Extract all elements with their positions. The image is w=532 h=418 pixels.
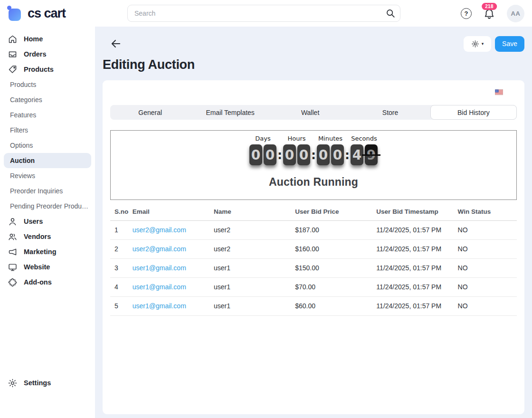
sidebar-item-label: Auction	[10, 157, 35, 164]
sidebar-item-vendors[interactable]: Vendors	[0, 229, 95, 244]
topbar-actions: ? 218 AA	[461, 0, 532, 27]
sidebar-item-label: Add-ons	[24, 278, 52, 286]
sidebar-item-products[interactable]: Products	[0, 62, 95, 77]
timer-digit: 0	[283, 144, 296, 165]
sidebar-item-website[interactable]: Website	[0, 259, 95, 275]
timer-digit-flipping: 9	[365, 144, 378, 165]
sidebar-item-features[interactable]: Features	[0, 107, 95, 123]
tab-bid-history[interactable]: Bid History	[430, 105, 517, 120]
sidebar-item-auction[interactable]: Auction	[4, 153, 91, 168]
sidebar-item-filters[interactable]: Filters	[0, 123, 95, 138]
timer-digit: 0	[249, 144, 262, 165]
page-title: Editing Auction	[103, 57, 524, 72]
sidebar-item-label: Preorder Inquiries	[10, 187, 63, 195]
cell-price: $60.00	[293, 297, 374, 316]
countdown-hours-label: Hours	[287, 135, 305, 142]
cell-win-status: NO	[456, 278, 517, 297]
sidebar-item-users[interactable]: Users	[0, 214, 95, 229]
cell-name: user2	[212, 240, 293, 259]
column-header-email: Email	[131, 204, 212, 221]
email-link[interactable]: user1@gmail.com	[133, 283, 186, 291]
countdown-seconds-label: Seconds	[351, 135, 377, 142]
sidebar-item-orders[interactable]: Orders	[0, 47, 95, 62]
cell-sno: 5	[110, 297, 131, 316]
sidebar-item-label: Orders	[24, 50, 47, 58]
email-link[interactable]: user2@gmail.com	[133, 226, 186, 234]
sidebar-item-settings[interactable]: Settings	[0, 375, 95, 390]
cell-timestamp: 11/24/2025, 01:57 PM	[374, 278, 456, 297]
email-link[interactable]: user1@gmail.com	[133, 264, 186, 272]
countdown-hours-group: Hours 0 0	[283, 135, 310, 165]
column-header-price: User Bid Price	[293, 204, 374, 221]
orders-icon	[8, 49, 18, 59]
brand-logo[interactable]: cs cart	[0, 5, 95, 21]
user-icon	[8, 217, 18, 227]
timer-colon: :	[310, 148, 317, 162]
sidebar-item-label: Marketing	[24, 248, 57, 256]
brand-name: cs cart	[28, 6, 66, 21]
sidebar-item-label: Users	[24, 218, 43, 225]
cell-win-status: NO	[456, 221, 517, 240]
countdown-minutes-group: Minutes 0 0	[317, 135, 344, 165]
home-icon	[8, 34, 18, 44]
timer-digit: 0	[317, 144, 330, 165]
column-header-name: Name	[212, 204, 293, 221]
tab-email-templates[interactable]: Email Templates	[190, 105, 270, 120]
save-button[interactable]: Save	[495, 36, 524, 52]
cell-timestamp: 11/24/2025, 01:57 PM	[374, 240, 456, 259]
cell-sno: 2	[110, 240, 131, 259]
back-arrow-icon[interactable]	[110, 38, 122, 50]
timer-digit: 0	[331, 144, 344, 165]
language-flag-icon[interactable]	[495, 89, 503, 95]
countdown-days-label: Days	[255, 135, 270, 142]
help-icon[interactable]: ?	[461, 8, 472, 19]
sidebar: Home Orders Products Products Categories…	[0, 27, 95, 418]
tab-store[interactable]: Store	[350, 105, 430, 120]
email-link[interactable]: user2@gmail.com	[133, 245, 186, 253]
cell-timestamp: 11/24/2025, 01:57 PM	[374, 297, 456, 316]
sidebar-item-preorder-inquiries[interactable]: Preorder Inquiries	[0, 183, 95, 199]
monitor-icon	[8, 262, 18, 272]
sidebar-item-options[interactable]: Options	[0, 138, 95, 153]
sidebar-item-label: Categories	[10, 96, 42, 104]
sidebar-item-label: Filters	[10, 126, 28, 134]
notifications-button[interactable]: 218	[483, 8, 495, 22]
search-input[interactable]	[127, 5, 400, 22]
table-row: 2 user2@gmail.com user2 $160.00 11/24/20…	[110, 240, 517, 259]
cell-name: user1	[212, 259, 293, 278]
avatar[interactable]: AA	[507, 5, 524, 22]
cs-cart-logo-icon	[7, 5, 22, 21]
table-row: 3 user1@gmail.com user1 $150.00 11/24/20…	[110, 259, 517, 278]
tab-general[interactable]: General	[110, 105, 190, 120]
email-link[interactable]: user1@gmail.com	[133, 302, 186, 310]
sidebar-item-categories[interactable]: Categories	[0, 92, 95, 107]
cell-name: user1	[212, 297, 293, 316]
sidebar-item-label: Products	[10, 81, 36, 88]
cell-price: $150.00	[293, 259, 374, 278]
countdown-minutes-label: Minutes	[318, 135, 342, 142]
sidebar-item-reviews[interactable]: Reviews	[0, 168, 95, 183]
sidebar-item-products-sub[interactable]: Products	[0, 77, 95, 92]
tag-icon	[8, 65, 18, 75]
sidebar-item-marketing[interactable]: Marketing	[0, 244, 95, 259]
cell-price: $160.00	[293, 240, 374, 259]
table-row: 5 user1@gmail.com user1 $60.00 11/24/202…	[110, 297, 517, 316]
tab-bar: General Email Templates Wallet Store Bid…	[110, 105, 517, 120]
cell-win-status: NO	[456, 297, 517, 316]
countdown-timer: Days 0 0 : Hours 0 0 : Minutes	[111, 135, 516, 165]
cell-price: $70.00	[293, 278, 374, 297]
settings-dropdown-button[interactable]: ▾	[464, 36, 491, 52]
sidebar-item-home[interactable]: Home	[0, 31, 95, 47]
sidebar-item-label: Reviews	[10, 172, 35, 180]
cell-sno: 3	[110, 259, 131, 278]
sidebar-item-pending-preorder-products[interactable]: Pending Preorder Produ…	[0, 199, 95, 214]
countdown-seconds-group: Seconds 4 9	[351, 135, 378, 165]
sidebar-item-addons[interactable]: Add-ons	[0, 275, 95, 290]
timer-digit: 0	[297, 144, 310, 165]
column-header-sno: S.no	[110, 204, 131, 221]
sidebar-item-label: Vendors	[24, 233, 51, 240]
countdown-panel: Days 0 0 : Hours 0 0 : Minutes	[110, 130, 517, 200]
tab-wallet[interactable]: Wallet	[270, 105, 350, 120]
sidebar-item-label: Website	[24, 263, 50, 271]
search-icon[interactable]	[385, 8, 396, 19]
